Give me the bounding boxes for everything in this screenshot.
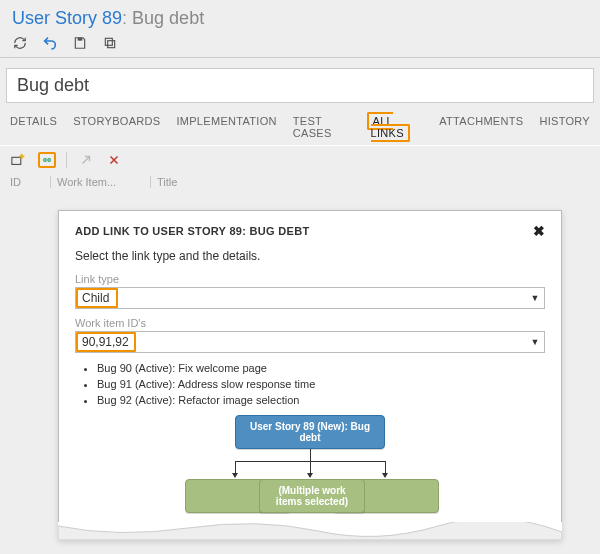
- new-link-icon[interactable]: [10, 152, 28, 168]
- header: User Story 89: Bug debt: [0, 0, 600, 58]
- chevron-down-icon: ▼: [526, 293, 544, 303]
- svg-rect-3: [12, 157, 21, 164]
- tab-storyboards[interactable]: STORYBOARDS: [73, 115, 160, 139]
- undo-icon[interactable]: [42, 35, 58, 51]
- title-text: Bug debt: [17, 75, 89, 95]
- dialog-title: ADD LINK TO USER STORY 89: BUG DEBT: [75, 225, 309, 237]
- col-id[interactable]: ID: [10, 176, 50, 188]
- open-link-icon[interactable]: [77, 152, 95, 168]
- links-toolbar: [0, 146, 600, 172]
- link-graph: User Story 89 (New): Bug debt (Multiple …: [75, 415, 545, 525]
- breadcrumb: User Story 89: Bug debt: [12, 8, 588, 29]
- breadcrumb-item-link[interactable]: User Story 89: [12, 8, 122, 28]
- col-type[interactable]: Work Item...: [50, 176, 150, 188]
- link-type-label: Link type: [75, 273, 545, 285]
- graph-parent-node: User Story 89 (New): Bug debt: [235, 415, 385, 449]
- work-item-ids-value: 90,91,92: [76, 335, 526, 349]
- svg-rect-5: [19, 156, 24, 158]
- svg-rect-2: [105, 38, 112, 45]
- tab-implementation[interactable]: IMPLEMENTATION: [176, 115, 276, 139]
- chevron-down-icon: ▼: [526, 337, 544, 347]
- title-input[interactable]: Bug debt: [6, 68, 594, 103]
- link-to-existing-icon[interactable]: [38, 152, 56, 168]
- list-item: Bug 91 (Active): Address slow response t…: [97, 377, 545, 393]
- delete-link-icon[interactable]: [105, 152, 123, 168]
- list-item: Bug 90 (Active): Fix welcome page: [97, 361, 545, 377]
- tabs: DETAILS STORYBOARDS IMPLEMENTATION TEST …: [0, 111, 600, 146]
- header-toolbar: [12, 29, 588, 53]
- dialog-instruction: Select the link type and the details.: [75, 249, 545, 263]
- tab-history[interactable]: HISTORY: [539, 115, 590, 139]
- breadcrumb-title: Bug debt: [132, 8, 204, 28]
- svg-rect-6: [45, 159, 49, 160]
- copy-icon[interactable]: [102, 35, 118, 51]
- work-item-ids-input[interactable]: 90,91,92 ▼: [75, 331, 545, 353]
- resolved-items-list: Bug 90 (Active): Fix welcome page Bug 91…: [75, 361, 545, 409]
- column-headers: ID Work Item... Title: [0, 172, 600, 192]
- toolbar-separator: [66, 152, 67, 168]
- link-type-value: Child: [76, 291, 526, 305]
- tab-alllinks[interactable]: ALL LINKS: [371, 115, 424, 139]
- close-icon[interactable]: ✖: [533, 223, 545, 239]
- work-item-ids-label: Work item ID's: [75, 317, 545, 329]
- svg-rect-1: [108, 41, 115, 48]
- tab-details[interactable]: DETAILS: [10, 115, 57, 139]
- tab-attachments[interactable]: ATTACHMENTS: [439, 115, 523, 139]
- tab-testcases[interactable]: TEST CASES: [293, 115, 355, 139]
- col-title[interactable]: Title: [150, 176, 590, 188]
- link-type-dropdown[interactable]: Child ▼: [75, 287, 545, 309]
- refresh-icon[interactable]: [12, 35, 28, 51]
- save-icon[interactable]: [72, 35, 88, 51]
- graph-child-node-selected: (Multiple work items selected): [259, 479, 365, 513]
- breadcrumb-separator: :: [122, 8, 127, 28]
- add-link-dialog: ADD LINK TO USER STORY 89: BUG DEBT ✖ Se…: [58, 210, 562, 540]
- torn-edge: [58, 522, 562, 540]
- svg-rect-0: [78, 38, 83, 41]
- list-item: Bug 92 (Active): Refactor image selectio…: [97, 393, 545, 409]
